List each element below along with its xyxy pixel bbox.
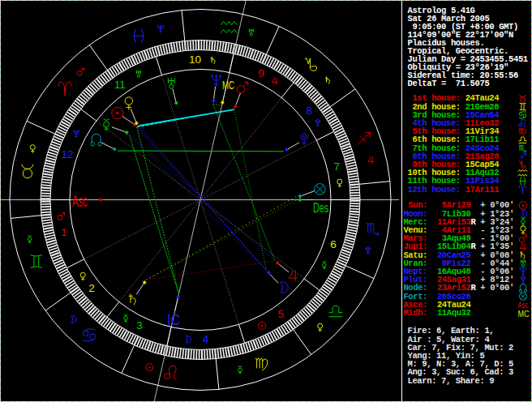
svg-text:3: 3: [136, 319, 143, 331]
svg-text:7: 7: [333, 160, 340, 173]
svg-text:MC: MC: [222, 78, 234, 92]
svg-text:Des: Des: [313, 201, 328, 215]
svg-text:9: 9: [258, 67, 264, 79]
svg-text:5: 5: [277, 308, 284, 320]
svg-text:6: 6: [330, 238, 337, 250]
svg-text:Asc: Asc: [72, 192, 88, 210]
svg-text:IC: IC: [167, 312, 180, 328]
svg-text:2: 2: [88, 282, 95, 294]
svg-text:1: 1: [61, 226, 67, 238]
svg-text:10: 10: [189, 53, 201, 66]
svg-text:11: 11: [114, 79, 126, 91]
svg-text:4: 4: [203, 333, 209, 345]
svg-text:MC: MC: [518, 309, 530, 319]
svg-text:8: 8: [306, 105, 312, 117]
svg-text:12: 12: [61, 148, 73, 160]
